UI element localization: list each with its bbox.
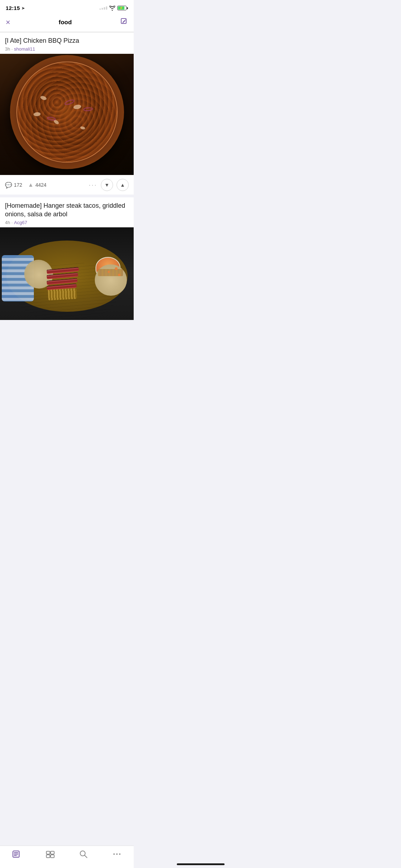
post-username[interactable]: shomali11 — [14, 46, 35, 52]
upvote-button[interactable]: ▲ — [117, 179, 129, 191]
downvote-button[interactable]: ▼ — [101, 179, 113, 191]
vote-icon: ▲ — [28, 182, 34, 188]
close-button[interactable]: × — [6, 19, 10, 26]
signal-icon — [99, 6, 107, 10]
post-meta-2: 4h · Acg67 — [5, 220, 129, 225]
edit-button[interactable] — [120, 17, 128, 27]
post-meta: 3h · shomali11 — [5, 46, 129, 52]
post-card: [Homemade] Hanger steak tacos, griddled … — [0, 197, 134, 320]
post-time: 3h — [5, 46, 10, 52]
post-image-taco[interactable] — [0, 227, 134, 320]
post-header: [I Ate] Chicken BBQ Pizza 3h · shomali11 — [0, 32, 134, 54]
search-query: food — [15, 19, 116, 26]
comment-icon: 💬 — [5, 182, 12, 188]
battery-icon: ⚡ — [117, 6, 128, 10]
wifi-icon — [109, 6, 115, 11]
post-header-2: [Homemade] Hanger steak tacos, griddled … — [0, 197, 134, 227]
location-icon: ➤ — [21, 6, 25, 11]
comment-count: 💬 172 — [5, 182, 22, 188]
search-bar: × food — [0, 14, 134, 32]
feed-content: [I Ate] Chicken BBQ Pizza 3h · shomali11 — [0, 32, 134, 358]
post-title[interactable]: [I Ate] Chicken BBQ Pizza — [5, 37, 129, 45]
vote-count: ▲ 4424 — [28, 182, 46, 188]
post-username-2[interactable]: Acg67 — [14, 220, 27, 225]
post-title-2[interactable]: [Homemade] Hanger steak tacos, griddled … — [5, 202, 129, 218]
post-image-bbq[interactable] — [0, 54, 134, 175]
post-footer: 💬 172 ▲ 4424 ··· ▼ ▲ — [0, 175, 134, 195]
post-card: [I Ate] Chicken BBQ Pizza 3h · shomali11 — [0, 32, 134, 195]
more-options-button[interactable]: ··· — [89, 181, 97, 189]
post-time-2: 4h — [5, 220, 10, 225]
status-time: 12:15 — [6, 5, 20, 11]
status-bar: 12:15 ➤ ⚡ — [0, 0, 134, 14]
